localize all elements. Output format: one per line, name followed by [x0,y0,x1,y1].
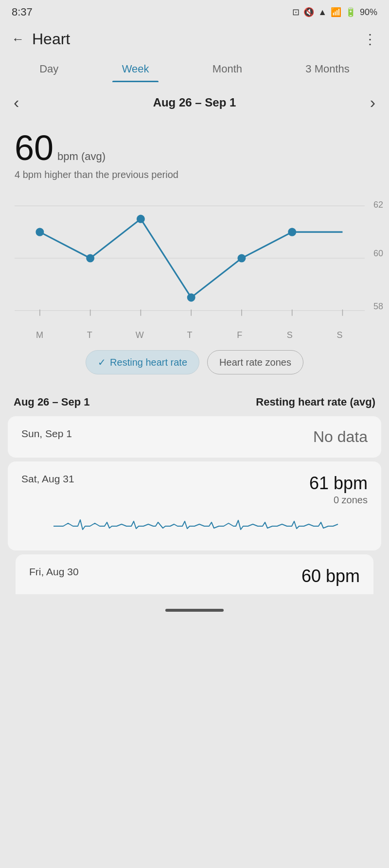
tab-week[interactable]: Week [112,56,159,82]
data-card-row-sat: Sat, Aug 31 61 bpm 0 zones [21,473,368,506]
x-label-wed: W [115,330,165,340]
card-value-sun: No data [313,428,368,446]
next-period-button[interactable]: › [370,93,375,112]
page-title: Heart [32,30,70,48]
battery-percent: 90% [360,7,377,18]
cast-icon: ⊡ [292,7,300,18]
summary-header: Aug 26 – Sep 1 Resting heart rate (avg) [0,386,389,416]
status-time: 8:37 [12,6,33,18]
data-card-sun[interactable]: Sun, Sep 1 No data [8,416,381,458]
heart-rate-chart: 62 60 58 M T W T F S S [0,185,389,340]
mute-icon: 🔇 [303,7,314,18]
resting-heart-rate-filter[interactable]: ✓ Resting heart rate [86,350,199,374]
prev-period-button[interactable]: ‹ [14,93,19,112]
chart-point-mon [35,228,44,236]
data-card-row: Sun, Sep 1 No data [21,428,368,446]
chart-point-fri [237,254,246,262]
x-label-sat: S [265,330,315,340]
x-label-sun: S [315,330,365,340]
header: ← Heart ⋮ [0,22,389,56]
home-indicator[interactable] [165,609,224,612]
card-right-sat: 61 bpm 0 zones [309,473,368,506]
y-label-60: 60 [373,248,383,259]
chart-point-sat [288,228,296,236]
summary-date-range: Aug 26 – Sep 1 [14,396,90,408]
chart-svg [15,190,365,326]
mini-chart-sat [21,513,368,539]
zones-filter-label: Heart rate zones [219,357,291,368]
bottom-bar [0,594,389,621]
card-date-fri: Fri, Aug 30 [29,566,79,578]
x-label-mon: M [15,330,65,340]
more-options-button[interactable]: ⋮ [363,31,377,47]
bpm-unit: bpm (avg) [57,150,106,163]
status-icons: ⊡ 🔇 ▲ 📶 🔋 90% [292,7,377,18]
x-label-thu: T [165,330,215,340]
data-card-fri[interactable]: Fri, Aug 30 60 bpm [16,554,373,594]
card-date-sat: Sat, Aug 31 [21,473,74,485]
card-value-fri: 60 bpm [301,566,360,586]
battery-icon: 🔋 [345,7,356,18]
date-navigation: ‹ Aug 26 – Sep 1 › [0,84,389,121]
card-value-sat: 61 bpm [309,473,368,494]
status-bar: 8:37 ⊡ 🔇 ▲ 📶 🔋 90% [0,0,389,22]
data-card-row-fri: Fri, Aug 30 60 bpm [29,566,360,586]
signal-icon: 📶 [331,7,341,18]
tab-day[interactable]: Day [30,56,68,82]
card-date-sun: Sun, Sep 1 [21,428,72,440]
tab-month[interactable]: Month [203,56,252,82]
chart-point-thu [187,293,195,301]
data-cards: Sun, Sep 1 No data Sat, Aug 31 61 bpm 0 … [0,416,389,594]
bpm-value: 60 [15,130,53,165]
header-left: ← Heart [12,30,70,48]
tab-3months[interactable]: 3 Months [296,56,359,82]
x-label-fri: F [214,330,265,340]
y-label-62: 62 [373,200,383,210]
stats-section: 60 bpm (avg) 4 bpm higher than the previ… [0,121,389,185]
bpm-main: 60 bpm (avg) [15,130,374,165]
date-range: Aug 26 – Sep 1 [153,96,236,109]
data-card-sat[interactable]: Sat, Aug 31 61 bpm 0 zones [8,461,381,550]
y-label-58: 58 [373,301,383,312]
summary-metric-label: Resting heart rate (avg) [256,396,375,408]
x-label-tue: T [65,330,115,340]
chart-point-tue [86,254,94,262]
wifi-icon: ▲ [318,7,327,18]
bpm-comparison: 4 bpm higher than the previous period [15,169,374,180]
back-button[interactable]: ← [12,32,24,47]
chart-wrapper: 62 60 58 [15,190,379,326]
chart-x-labels: M T W T F S S [15,326,365,340]
mini-chart-svg [21,513,368,537]
check-icon: ✓ [98,356,106,368]
card-sub-sat: 0 zones [309,495,368,506]
heart-rate-zones-filter[interactable]: Heart rate zones [207,350,303,374]
resting-filter-label: Resting heart rate [110,357,187,368]
tab-bar: Day Week Month 3 Months [0,56,389,82]
chart-point-wed [137,215,145,223]
card-right-fri: 60 bpm [301,566,360,586]
filter-buttons: ✓ Resting heart rate Heart rate zones [0,340,389,386]
